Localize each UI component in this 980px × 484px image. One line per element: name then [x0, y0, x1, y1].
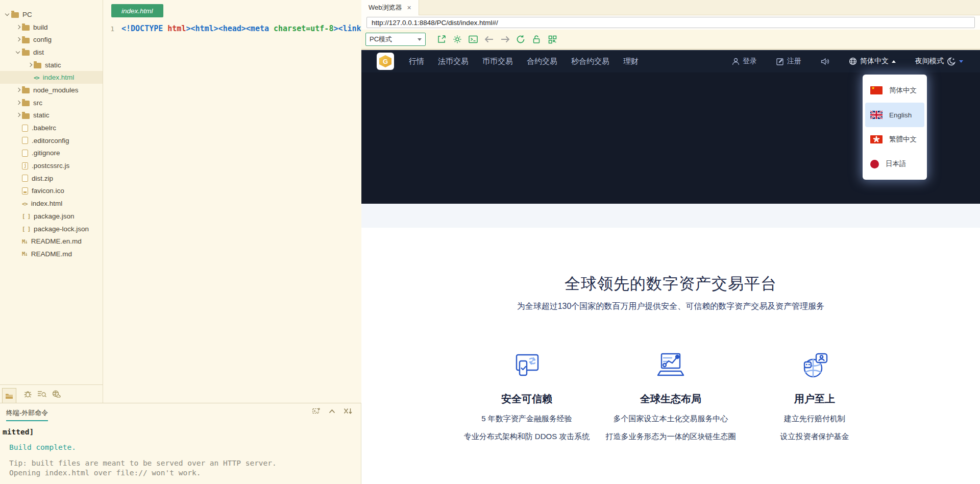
chevron-icon[interactable]: [27, 62, 34, 68]
tree-item-index.html[interactable]: <>index.html: [0, 197, 103, 210]
tree-item-PC[interactable]: PC: [0, 8, 103, 21]
tree-item-label: index.html: [31, 200, 63, 207]
chevron-icon[interactable]: [15, 112, 22, 118]
code-editor[interactable]: index.html 1 <!DOCTYPE html><html><head>…: [103, 0, 361, 403]
code-token: charset=utf-8: [274, 24, 333, 33]
tree-item-node_modules[interactable]: node_modules: [0, 84, 103, 96]
file-file-icon: [22, 137, 28, 144]
refresh-icon[interactable]: [516, 34, 526, 44]
language-switcher[interactable]: 简体中文: [849, 57, 896, 66]
nav-item-法币交易[interactable]: 法币交易: [438, 57, 469, 66]
project-files-tab[interactable]: [2, 388, 16, 403]
feature-title: 安全可信赖: [501, 392, 552, 406]
app-window: PCbuildconfigdiststatic<>index.htmlnode_…: [0, 0, 980, 484]
close-tab-icon[interactable]: ×: [407, 4, 411, 12]
chevron-icon[interactable]: [15, 87, 22, 93]
nav-item-合约交易[interactable]: 合约交易: [527, 57, 557, 66]
close-panel-icon[interactable]: [344, 408, 353, 414]
tree-item-src[interactable]: src: [0, 96, 103, 109]
chevron-spacer: [15, 226, 22, 232]
terminal-output[interactable]: mitted]Build complete.Tip: built files a…: [0, 421, 361, 477]
chevron-icon[interactable]: [15, 100, 22, 106]
tree-item-dist.zip[interactable]: dist.zip: [0, 172, 103, 185]
editor-tab-index-html[interactable]: index.html: [111, 4, 163, 17]
debug-bug-icon[interactable]: [20, 388, 35, 400]
open-external-icon[interactable]: [436, 34, 447, 44]
collapse-panel-icon[interactable]: [329, 409, 335, 414]
tree-item-package.json[interactable]: [ ]package.json: [0, 210, 103, 223]
tree-item-.editorconfig[interactable]: .editorconfig: [0, 134, 103, 147]
chevron-icon[interactable]: [15, 49, 22, 56]
flag-china-icon: [870, 86, 883, 94]
tree-item-.gitignore[interactable]: .gitignore: [0, 147, 103, 160]
tree-item-config[interactable]: config: [0, 33, 103, 46]
url-input[interactable]: [366, 17, 975, 28]
terminal-panel: 终端-外部命令 mitted]Build complete.Tip: built…: [0, 403, 361, 484]
nav-item-理财[interactable]: 理财: [623, 57, 639, 66]
new-terminal-icon[interactable]: [312, 407, 321, 415]
tree-item-index.html[interactable]: <>index.html: [0, 71, 103, 84]
folder-icon: [22, 25, 30, 31]
globe-cloud-icon[interactable]: [49, 388, 63, 400]
tree-item-static[interactable]: static: [0, 59, 103, 71]
language-option-简体中文[interactable]: 简体中文: [863, 78, 927, 103]
register-label: 注册: [787, 57, 801, 66]
night-mode-label: 夜间模式: [915, 57, 944, 66]
address-bar: [361, 15, 980, 30]
site-logo[interactable]: G: [377, 53, 394, 70]
terminal-line: Tip: built files are meant to be served …: [9, 459, 361, 467]
code-line-1[interactable]: 1 <!DOCTYPE html><html><head><meta chars…: [103, 22, 361, 35]
site-nav-menu: 行情法币交易币币交易合约交易秒合约交易理财: [409, 57, 639, 66]
login-link[interactable]: 登录: [732, 57, 757, 66]
language-option-繁體中文[interactable]: 繁體中文: [863, 127, 927, 152]
browser-viewport: G 行情法币交易币币交易合约交易秒合约交易理财 登录: [361, 50, 980, 484]
ecosystem-icon: [656, 350, 685, 381]
tree-item-static[interactable]: static: [0, 109, 103, 122]
tree-item-package-lock.json[interactable]: [ ]package-lock.json: [0, 223, 103, 235]
moon-icon: [947, 57, 956, 66]
night-mode-toggle[interactable]: 夜间模式: [915, 57, 963, 66]
code-token: html: [167, 24, 186, 33]
browser-tab[interactable]: Web浏览器 ×: [361, 0, 419, 15]
chevron-icon[interactable]: [15, 36, 22, 43]
announcement-speaker-icon[interactable]: [821, 58, 829, 65]
file-file-icon: [22, 175, 28, 182]
tree-item-build[interactable]: build: [0, 21, 103, 34]
nav-item-币币交易[interactable]: 币币交易: [482, 57, 513, 66]
feature-title: 用户至上: [794, 392, 835, 406]
terminal-line: mitted]: [3, 428, 361, 436]
chevron-down-icon: [418, 38, 422, 41]
language-option-English[interactable]: English: [865, 103, 924, 127]
qr-code-icon[interactable]: [547, 34, 557, 44]
browser-tab-bar: Web浏览器 ×: [361, 0, 980, 15]
user-first-icon: [800, 350, 829, 381]
search-results-icon[interactable]: [35, 388, 49, 400]
nav-item-行情[interactable]: 行情: [409, 57, 424, 66]
feature-description: 打造多业务形态为一体的区块链生态圈: [606, 432, 736, 442]
chevron-icon[interactable]: [15, 24, 22, 31]
tree-item-README.en.md[interactable]: M↓README.en.md: [0, 235, 103, 248]
chevron-icon[interactable]: [4, 11, 11, 18]
ide-sidebar: PCbuildconfigdiststatic<>index.htmlnode_…: [0, 0, 103, 403]
tree-item-README.md[interactable]: M↓README.md: [0, 248, 103, 260]
nav-item-秒合约交易[interactable]: 秒合约交易: [571, 57, 609, 66]
terminal-title-tab[interactable]: 终端-外部命令: [6, 408, 48, 421]
language-option-日本語[interactable]: 日本語: [863, 152, 927, 176]
console-icon[interactable]: [468, 34, 478, 44]
tree-item-dist[interactable]: dist: [0, 46, 103, 59]
unlock-icon[interactable]: [531, 34, 542, 44]
register-link[interactable]: 注册: [776, 57, 801, 66]
mode-select[interactable]: PC模式: [365, 33, 426, 46]
folder-icon: [22, 101, 30, 106]
line-number: 1: [103, 25, 114, 33]
tree-item-favicon.ico[interactable]: favicon.ico: [0, 185, 103, 198]
tree-item-.postcssrc.js[interactable]: .postcssrc.js: [0, 159, 103, 172]
md-file-icon: M↓: [22, 238, 28, 245]
back-arrow-icon[interactable]: [484, 34, 494, 44]
feature-description: 5 年数字资产金融服务经验: [481, 414, 572, 424]
forward-arrow-icon[interactable]: [500, 34, 510, 44]
settings-gear-icon[interactable]: [452, 34, 462, 44]
folder-icon: [22, 113, 30, 119]
chevron-spacer: [15, 213, 22, 220]
tree-item-.babelrc[interactable]: .babelrc: [0, 122, 103, 134]
